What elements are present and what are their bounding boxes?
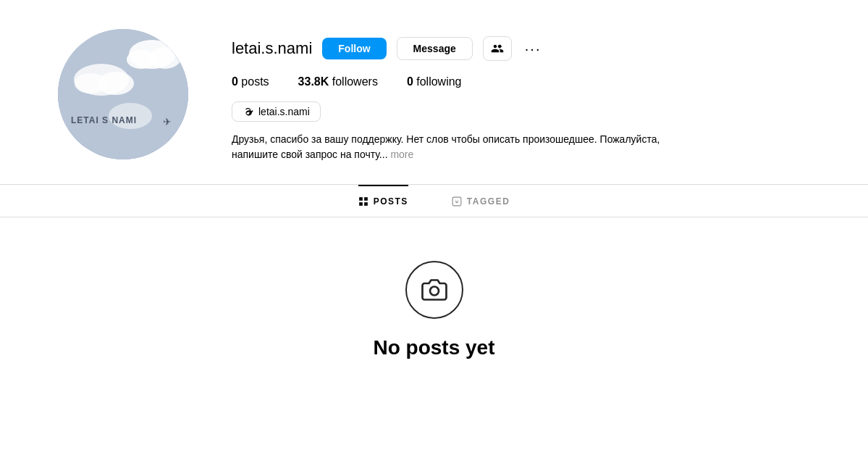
bio-content: Друзья, спасибо за вашу поддержку. Нет с…	[232, 133, 660, 160]
svg-rect-12	[364, 197, 368, 201]
avatar-image: LETAI S NAMI ✈	[58, 29, 188, 159]
posts-count: 0	[232, 75, 238, 88]
posts-label: posts	[238, 75, 269, 88]
threads-link[interactable]: letai.s.nami	[232, 101, 321, 122]
posts-stat: 0 posts	[232, 75, 269, 88]
message-button[interactable]: Message	[397, 37, 473, 60]
username: letai.s.nami	[232, 39, 312, 58]
tabs-row: POSTS TAGGED	[0, 185, 868, 217]
camera-icon	[421, 277, 447, 303]
svg-rect-13	[359, 202, 363, 206]
profile-section: LETAI S NAMI ✈ letai.s.nami Follow Messa…	[0, 0, 868, 184]
threads-icon	[243, 106, 254, 117]
stats-row: 0 posts 33.8K followers 0 following	[232, 75, 825, 88]
avatar: LETAI S NAMI ✈	[58, 29, 188, 159]
avatar-container: LETAI S NAMI ✈	[58, 29, 188, 159]
following-count: 0	[407, 75, 413, 88]
followers-count: 33.8K	[298, 75, 329, 88]
add-user-icon	[491, 42, 504, 55]
svg-rect-11	[359, 197, 363, 201]
following-stat: 0 following	[407, 75, 462, 88]
bio: Друзья, спасибо за вашу поддержку. Нет с…	[232, 132, 666, 162]
threads-username: letai.s.nami	[258, 106, 310, 117]
tag-icon	[452, 196, 462, 207]
tab-posts[interactable]: POSTS	[358, 185, 408, 217]
no-posts-title: No posts yet	[373, 336, 494, 359]
follow-button[interactable]: Follow	[322, 38, 386, 59]
svg-text:LETAI S NAMI: LETAI S NAMI	[71, 115, 137, 125]
profile-header: letai.s.nami Follow Message ···	[232, 36, 825, 61]
svg-point-7	[75, 73, 106, 93]
tab-tagged-label: TAGGED	[467, 196, 510, 207]
following-label: following	[413, 75, 462, 88]
svg-text:✈: ✈	[163, 116, 172, 128]
camera-circle	[405, 261, 463, 319]
svg-point-16	[430, 287, 439, 296]
svg-rect-14	[364, 202, 368, 206]
profile-info: letai.s.nami Follow Message ··· 0 posts …	[232, 29, 825, 162]
more-options-button[interactable]: ···	[522, 41, 544, 57]
tab-tagged[interactable]: TAGGED	[452, 185, 510, 217]
bio-more[interactable]: more	[388, 149, 414, 160]
add-user-button[interactable]	[483, 36, 512, 61]
tab-posts-label: POSTS	[374, 196, 408, 207]
followers-label: followers	[329, 75, 378, 88]
grid-icon	[358, 196, 368, 207]
empty-state: No posts yet	[0, 217, 868, 388]
svg-point-4	[127, 50, 156, 69]
followers-stat: 33.8K followers	[298, 75, 378, 88]
